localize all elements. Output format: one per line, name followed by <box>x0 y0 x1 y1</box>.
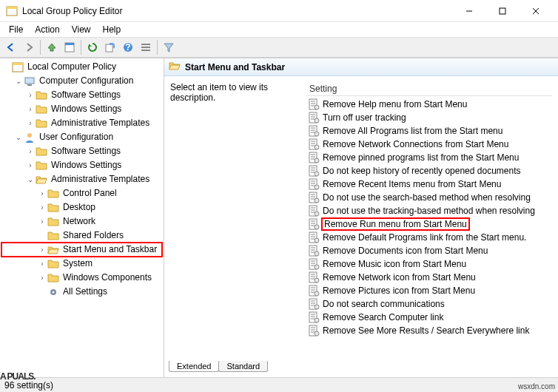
tree-shared-folders[interactable]: Shared Folders <box>1 229 162 243</box>
tree-windows-components[interactable]: ›Windows Components <box>1 271 162 285</box>
minimize-button[interactable] <box>452 0 485 22</box>
tree-root[interactable]: Local Computer Policy <box>1 60 162 74</box>
expander-icon[interactable]: › <box>37 187 47 200</box>
tree-label: Computer Configuration <box>38 75 135 87</box>
policy-icon <box>308 192 320 203</box>
setting-row[interactable]: Remove Help menu from Start Menu <box>306 98 552 111</box>
setting-label: Remove Network icon from Start Menu <box>323 272 476 283</box>
svg-rect-23 <box>25 78 34 84</box>
policy-icon <box>308 165 320 177</box>
setting-row[interactable]: Remove Run menu from Start Menu <box>306 217 552 231</box>
svg-rect-24 <box>27 84 32 86</box>
expander-icon[interactable]: › <box>37 201 47 214</box>
setting-row[interactable]: Remove All Programs list from the Start … <box>306 124 552 138</box>
setting-row[interactable]: Remove Documents icon from Start Menu <box>306 244 552 257</box>
expander-icon[interactable]: ⌄ <box>25 173 36 186</box>
folder-icon <box>47 216 59 228</box>
tab-extended[interactable]: Extended <box>169 361 219 372</box>
menu-help[interactable]: Help <box>97 23 127 36</box>
menu-action[interactable]: Action <box>29 23 65 36</box>
expander-icon[interactable]: › <box>25 159 36 172</box>
setting-row[interactable]: Do not use the search-based method when … <box>306 191 552 204</box>
expander-icon[interactable]: › <box>37 257 47 270</box>
expander-icon[interactable]: › <box>37 271 47 284</box>
tree-network[interactable]: ›Network <box>1 214 162 229</box>
path-header-title: Start Menu and Taskbar <box>185 62 285 72</box>
tree-label: Windows Settings <box>50 103 123 115</box>
tree-all-settings[interactable]: All Settings <box>1 285 162 299</box>
tree-start-menu-taskbar[interactable]: ›Start Menu and Taskbar <box>1 243 162 257</box>
expander-icon[interactable]: › <box>37 215 47 228</box>
setting-label: Turn off user tracking <box>323 112 406 123</box>
menu-file[interactable]: File <box>3 23 29 36</box>
settings-list[interactable]: Remove Help menu from Start MenuTurn off… <box>306 96 552 355</box>
expander-icon[interactable]: ⌄ <box>13 75 24 87</box>
setting-row[interactable]: Remove See More Results / Search Everywh… <box>306 324 552 337</box>
setting-row[interactable]: Do not keep history of recently opened d… <box>306 164 552 178</box>
folder-icon <box>36 104 47 115</box>
setting-column-header[interactable]: Setting <box>306 82 552 96</box>
setting-label: Do not use the search-based method when … <box>323 192 531 203</box>
up-button[interactable] <box>44 39 60 55</box>
expander-icon[interactable]: › <box>25 117 36 129</box>
forward-button[interactable] <box>21 39 37 55</box>
svg-rect-20 <box>500 8 505 14</box>
setting-row[interactable]: Remove pinned programs list from the Sta… <box>306 151 552 164</box>
expander-icon[interactable]: › <box>25 89 36 101</box>
setting-row[interactable]: Remove Search Computer link <box>306 311 552 324</box>
expander-icon[interactable]: › <box>25 103 36 115</box>
tree-label: Windows Components <box>61 271 153 284</box>
back-button[interactable] <box>3 39 19 55</box>
tree-label: Network <box>61 215 97 228</box>
setting-row[interactable]: Remove Recent Items menu from Start Menu <box>306 178 552 191</box>
tree-cc-software[interactable]: ›Software Settings <box>1 88 162 102</box>
setting-row[interactable]: Do not use the tracking-based method whe… <box>306 204 552 217</box>
settings-column: Setting Remove Help menu from Start Menu… <box>306 82 552 355</box>
tree-control-panel[interactable]: ›Control Panel <box>1 186 162 200</box>
tree-system[interactable]: ›System <box>1 257 162 271</box>
setting-row[interactable]: Remove Default Programs link from the St… <box>306 231 552 244</box>
show-hide-tree-button[interactable] <box>61 39 78 55</box>
settings-icon <box>47 286 59 298</box>
tree-label: Software Settings <box>50 89 122 101</box>
list-view-button[interactable] <box>138 39 154 55</box>
setting-row[interactable]: Remove Music icon from Start Menu <box>306 257 552 271</box>
setting-row[interactable]: Remove Network icon from Start Menu <box>306 271 552 284</box>
window-title: Local Group Policy Editor <box>22 6 452 16</box>
expander-icon[interactable]: › <box>37 243 47 256</box>
setting-row[interactable]: Remove Pictures icon from Start Menu <box>306 284 552 297</box>
menu-view[interactable]: View <box>66 23 97 36</box>
filter-button[interactable] <box>161 39 177 55</box>
tree-cc-windows[interactable]: ›Windows Settings <box>1 102 162 116</box>
tab-standard[interactable]: Standard <box>218 361 268 372</box>
refresh-button[interactable] <box>84 39 101 55</box>
maximize-button[interactable] <box>485 0 519 22</box>
help-button[interactable] <box>120 39 136 55</box>
console-tree[interactable]: Local Computer Policy ⌄ Computer Configu… <box>0 58 164 377</box>
setting-row[interactable]: Remove Network Connections from Start Me… <box>306 138 552 151</box>
setting-row[interactable]: Do not search communications <box>306 297 552 311</box>
tree-user-configuration[interactable]: ⌄ User Configuration <box>1 130 162 144</box>
tree-cc-admin[interactable]: ›Administrative Templates <box>1 116 162 130</box>
policy-icon <box>308 205 320 217</box>
setting-label: Do not search communications <box>323 299 445 309</box>
tree-uc-windows[interactable]: ›Windows Settings <box>1 158 162 172</box>
tree-label: Software Settings <box>50 145 122 158</box>
expander-icon[interactable]: ⌄ <box>13 131 24 143</box>
tree-uc-software[interactable]: ›Software Settings <box>1 144 162 158</box>
setting-label: Remove Network Connections from Start Me… <box>323 139 508 149</box>
tree-computer-configuration[interactable]: ⌄ Computer Configuration <box>1 74 162 88</box>
menubar: File Action View Help <box>0 22 558 37</box>
setting-label: Remove Default Programs link from the St… <box>323 232 526 243</box>
tree-label: Local Computer Policy <box>26 61 118 73</box>
setting-row[interactable]: Turn off user tracking <box>306 111 552 124</box>
expander-icon[interactable]: › <box>25 145 36 158</box>
tree-desktop[interactable]: ›Desktop <box>1 200 162 214</box>
toolbar-separator <box>81 40 81 55</box>
export-list-button[interactable] <box>102 39 118 55</box>
policy-icon <box>308 285 320 297</box>
close-button[interactable] <box>519 0 552 22</box>
tree-uc-admin[interactable]: ⌄Administrative Templates <box>1 172 162 186</box>
setting-label: Remove Music icon from Start Menu <box>323 259 466 269</box>
tree-label: All Settings <box>61 285 109 298</box>
